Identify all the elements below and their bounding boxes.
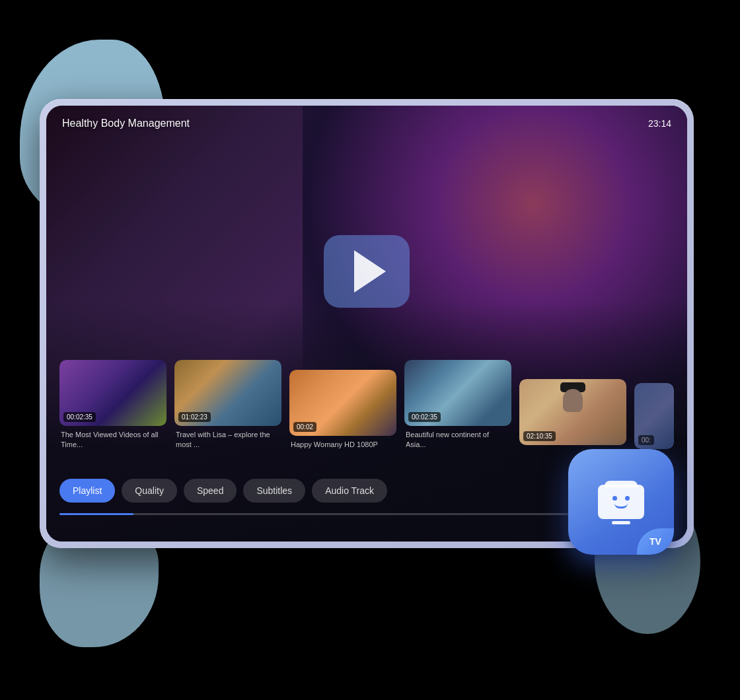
- tv-badge: TV: [637, 528, 674, 555]
- play-button-container[interactable]: [324, 235, 410, 308]
- thumbnail-card-2[interactable]: 01:02:23 Travel with Lisa – explore the …: [174, 360, 281, 449]
- thumbnail-image-3: 00:02: [289, 370, 396, 436]
- monitor-top-flap: [605, 481, 638, 487]
- thumbnail-duration-4: 00:02:35: [408, 412, 441, 422]
- progress-fill: [59, 513, 133, 515]
- face-eyes: [612, 496, 630, 501]
- subtitles-button[interactable]: Subtitles: [243, 479, 305, 503]
- thumbnail-image-2: 01:02:23: [174, 360, 281, 426]
- thumbnail-duration-1: 00:02:35: [63, 412, 96, 422]
- speed-button[interactable]: Speed: [184, 479, 237, 503]
- thumbnail-image-1: 00:02:35: [59, 360, 166, 426]
- play-button[interactable]: [324, 235, 410, 308]
- thumbnail-image-6: 00:: [634, 383, 674, 449]
- thumbnail-title-3: Happy Womany HD 1080P: [289, 440, 396, 449]
- monitor-icon: [598, 485, 644, 519]
- tv-badge-label: TV: [649, 536, 661, 547]
- face-eye-right: [625, 496, 630, 501]
- thumbnail-title-2: Travel with Lisa – explore the most ...: [174, 430, 281, 449]
- app-icon-inner: [598, 485, 644, 519]
- thumbnail-duration-5: 02:10:35: [523, 431, 556, 441]
- face-mouth: [614, 503, 628, 508]
- video-time: 23:14: [648, 118, 671, 129]
- person-head: [563, 389, 583, 412]
- thumbnail-card-5[interactable]: 02:10:35: [519, 379, 626, 449]
- app-icon-wrapper: TV: [568, 449, 674, 555]
- thumbnail-card-1[interactable]: 00:02:35 The Most Viewed Videos of all T…: [59, 360, 166, 449]
- face-eye-left: [612, 496, 617, 501]
- quality-button[interactable]: Quality: [122, 479, 177, 503]
- thumbnail-image-5: 02:10:35: [519, 379, 626, 445]
- audio-track-button[interactable]: Audio Track: [312, 479, 387, 503]
- thumbnail-duration-3: 00:02: [293, 422, 316, 432]
- tablet-wrapper: Healthy Body Management 23:14 00:02:35 T…: [40, 99, 700, 575]
- playlist-button[interactable]: Playlist: [59, 479, 115, 503]
- thumbnail-card-6[interactable]: 00:: [634, 383, 674, 449]
- thumbnail-title-4: Beautiful new continent of Asia...: [404, 430, 511, 449]
- thumbnail-card-4[interactable]: 00:02:35 Beautiful new continent of Asia…: [404, 360, 511, 449]
- play-triangle-icon: [354, 250, 386, 293]
- video-header: Healthy Body Management 23:14: [46, 106, 687, 141]
- thumbnail-duration-6: 00:: [638, 435, 654, 445]
- thumbnail-duration-2: 01:02:23: [178, 412, 211, 422]
- video-title: Healthy Body Management: [62, 118, 190, 129]
- thumbnails-row: 00:02:35 The Most Viewed Videos of all T…: [59, 360, 674, 449]
- thumbnail-card-3[interactable]: 00:02 Happy Womany HD 1080P: [289, 370, 396, 449]
- thumbnail-image-4: 00:02:35: [404, 360, 511, 426]
- face-icon: [612, 496, 630, 508]
- thumbnail-title-1: The Most Viewed Videos of all Time...: [59, 430, 166, 449]
- app-icon[interactable]: TV: [568, 449, 674, 555]
